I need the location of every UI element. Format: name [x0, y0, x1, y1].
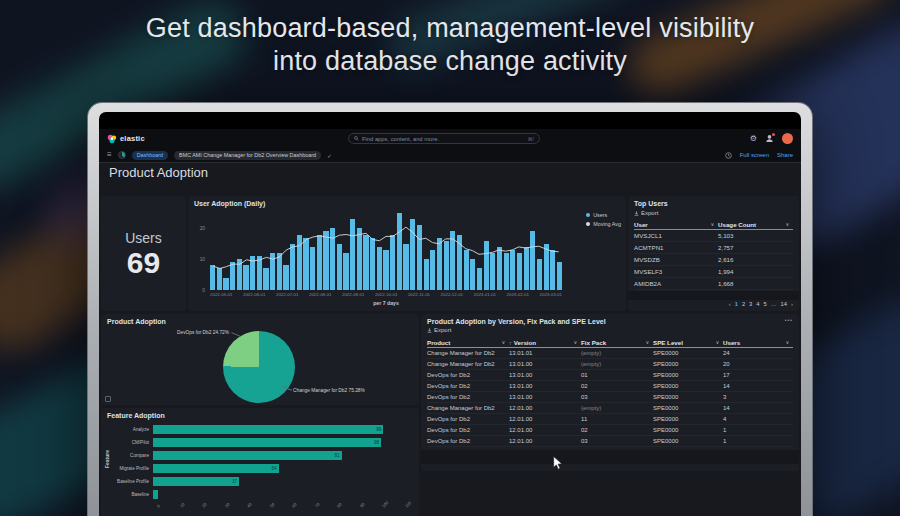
column-header-label: Fix Pack: [581, 339, 606, 346]
sort-caret-icon[interactable]: ∨: [786, 340, 789, 345]
table-cell: SPE0000: [653, 383, 723, 389]
next-page-button[interactable]: ›: [791, 301, 793, 307]
global-search-input[interactable]: Find apps, content, and more. ⌘/: [348, 133, 540, 144]
table-cell: 14: [723, 405, 793, 411]
page-number[interactable]: 4: [756, 301, 759, 307]
table-cell: SPE0000: [653, 427, 723, 433]
sort-caret-icon[interactable]: ∨: [711, 222, 714, 227]
breadcrumb-page[interactable]: BMC AMI Change Manager for Db2 Overview …: [174, 151, 321, 160]
hamburger-menu-icon[interactable]: ≡: [107, 151, 112, 159]
notifications-user-icon[interactable]: [765, 134, 774, 143]
table-cell: 13.01.00: [509, 361, 581, 367]
table-row: AMIDB2A1,668: [634, 278, 793, 290]
table-cell: DevOps for Db2: [427, 394, 509, 400]
feature-label: Baseline Profile: [111, 479, 153, 484]
users-metric-label: Users: [125, 230, 162, 246]
table-footer-strip: [628, 291, 799, 300]
x-tick-label: 100: [381, 502, 387, 508]
feature-bar[interactable]: 81: [153, 451, 342, 460]
column-header[interactable]: User∨: [634, 221, 718, 228]
panel-menu-icon[interactable]: •••: [785, 317, 793, 323]
user-adoption-plot: [210, 213, 562, 290]
table-cell: 1: [723, 438, 793, 444]
table-cell: AMIDB2A: [634, 280, 718, 287]
panel-adoption-table: Product Adoption by Version, Fix Pack an…: [421, 314, 799, 471]
table-cell: 01: [581, 372, 653, 378]
sort-caret-icon[interactable]: ∨: [646, 340, 649, 345]
sort-caret-icon[interactable]: ∨: [574, 340, 577, 345]
table-row: ACMTPN12,757: [634, 242, 793, 254]
sort-caret-icon[interactable]: ∨: [716, 340, 719, 345]
feature-bar[interactable]: 99: [153, 425, 383, 434]
panel-options-icon[interactable]: [105, 396, 111, 402]
prev-page-button[interactable]: ‹: [729, 301, 731, 307]
table-cell: Change Manager for Db2: [427, 361, 509, 367]
table-cell: SPE0000: [653, 438, 723, 444]
pagination-ellipsis: …: [771, 301, 777, 307]
user-avatar[interactable]: [782, 133, 793, 144]
table-cell: SPE0000: [653, 416, 723, 422]
space-avatar-icon[interactable]: [118, 151, 126, 159]
x-tick-label: 30: [223, 502, 229, 508]
table-cell: MVSJCL1: [634, 232, 718, 239]
hero-line-1: Get dashboard-based, management-level vi…: [0, 12, 900, 45]
page-number[interactable]: 1: [735, 301, 738, 307]
column-header-label: ↑Version: [509, 339, 536, 346]
x-axis-ticks: 2022-05-012022-06-012022-07-012022-08-01…: [210, 292, 562, 297]
x-tick-label: 2023-02-01: [507, 292, 529, 297]
feature-label: Migrate Profile: [111, 466, 153, 471]
search-icon: [354, 136, 359, 141]
export-button[interactable]: Export: [634, 210, 658, 216]
clock-icon[interactable]: [725, 152, 732, 159]
sort-caret-icon[interactable]: ∨: [786, 222, 789, 227]
feature-bar[interactable]: 54: [153, 464, 279, 473]
column-header[interactable]: Usage Count∨: [718, 221, 793, 228]
sort-caret-icon[interactable]: ∨: [502, 340, 505, 345]
column-header[interactable]: Users∨: [723, 339, 793, 346]
toolbar-actions: Full screen Share: [725, 152, 793, 159]
column-header[interactable]: ↑Version∨: [509, 339, 581, 346]
table-cell: 1,668: [718, 280, 793, 287]
feature-bar[interactable]: 37: [153, 477, 239, 486]
app-header: elastic Find apps, content, and more. ⌘/…: [99, 129, 801, 148]
feature-bar-row: Compare81: [111, 449, 409, 462]
column-header[interactable]: Fix Pack∨: [581, 339, 653, 346]
breadcrumb-dashboard[interactable]: Dashboard: [132, 151, 168, 160]
moving-avg-line: [210, 213, 562, 290]
mouse-cursor-icon: [552, 456, 564, 470]
page-number[interactable]: 5: [764, 301, 767, 307]
share-button[interactable]: Share: [777, 152, 793, 158]
pie-chart[interactable]: [223, 331, 295, 403]
legend-dot-icon: [586, 222, 590, 226]
table-cell: 12.01.00: [509, 416, 581, 422]
table-header-row: Product∨↑Version∨Fix Pack∨SPE Level∨User…: [427, 337, 793, 348]
legend-item[interactable]: Users: [586, 212, 621, 218]
export-button[interactable]: Export: [427, 327, 451, 333]
feature-bar-track: [153, 490, 409, 499]
column-header[interactable]: SPE Level∨: [653, 339, 723, 346]
table-cell: 24: [723, 350, 793, 356]
page-number[interactable]: 3: [749, 301, 752, 307]
table-cell: 13.01.00: [509, 372, 581, 378]
table-cell: 14: [723, 383, 793, 389]
table-cell: 4: [723, 416, 793, 422]
table-cell: SPE0000: [653, 394, 723, 400]
page-number[interactable]: 2: [742, 301, 745, 307]
table-cell: 5,103: [718, 232, 793, 239]
elastic-brand[interactable]: elastic: [107, 134, 145, 144]
page-number[interactable]: 14: [781, 301, 787, 307]
table-row: Change Manager for Db213.01.00(empty)SPE…: [427, 359, 793, 370]
feature-bar[interactable]: [153, 490, 158, 499]
table-cell: 1,994: [718, 268, 793, 275]
gear-icon[interactable]: ⚙: [750, 135, 757, 143]
full-screen-button[interactable]: Full screen: [740, 152, 769, 158]
table-header-row: User∨Usage Count∨: [634, 220, 793, 230]
feature-bar-row: Baseline Profile37: [111, 475, 409, 488]
feature-bar[interactable]: 98: [153, 438, 381, 447]
table-cell: 11: [581, 416, 653, 422]
column-header[interactable]: Product∨: [427, 339, 509, 346]
legend-item[interactable]: Moving Avg: [586, 221, 621, 227]
table-cell: 12.01.00: [509, 427, 581, 433]
x-tick-label: 90: [359, 502, 365, 508]
page-title: Product Adoption: [109, 165, 208, 180]
